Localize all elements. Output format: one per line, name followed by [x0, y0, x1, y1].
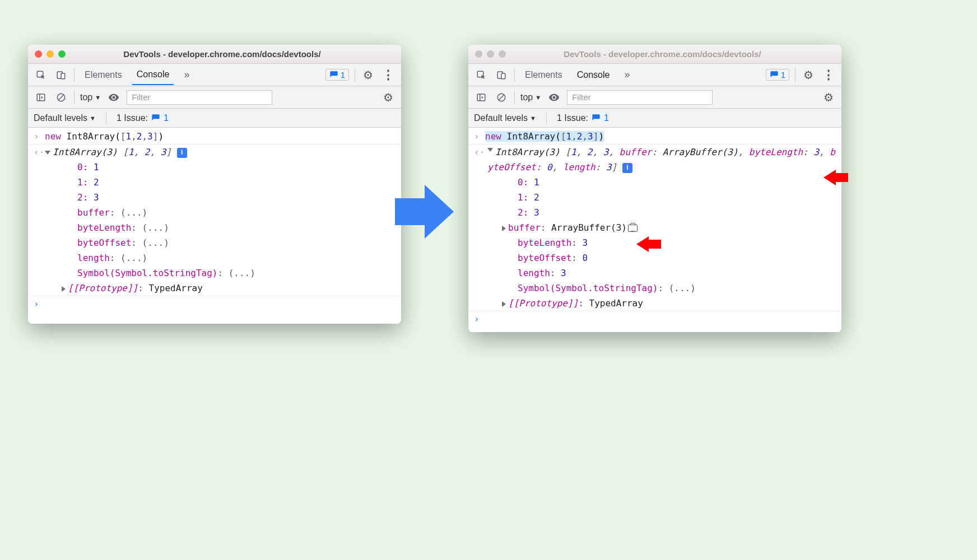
kebab-menu-icon[interactable]: ⋮	[381, 68, 396, 82]
disclosure-triangle-icon[interactable]	[62, 286, 66, 292]
svg-rect-2	[61, 73, 65, 79]
info-badge-icon[interactable]: i	[177, 148, 187, 158]
array-entry[interactable]: 2: 3	[468, 205, 841, 220]
device-toggle-icon[interactable]	[54, 68, 68, 82]
clear-console-icon[interactable]	[54, 90, 68, 105]
object-property[interactable]: length: 3	[468, 265, 841, 281]
close-icon[interactable]	[35, 50, 42, 58]
array-entry[interactable]: 0: 1	[28, 160, 401, 175]
more-tabs-icon[interactable]: »	[179, 68, 194, 82]
svg-rect-10	[501, 73, 505, 79]
console-prompt[interactable]: ›	[468, 311, 841, 326]
console-input-echo[interactable]: › new Int8Array([1,2,3])	[28, 129, 401, 144]
object-property[interactable]: buffer: (...)	[28, 205, 401, 220]
device-toggle-icon[interactable]	[494, 68, 509, 82]
zoom-icon[interactable]	[499, 50, 506, 58]
disclosure-triangle-icon[interactable]	[487, 148, 493, 152]
svg-line-15	[499, 95, 504, 100]
devtools-window-after: DevTools - developer.chrome.com/docs/dev…	[468, 45, 841, 332]
more-tabs-icon[interactable]: »	[620, 68, 634, 82]
svg-rect-11	[477, 94, 485, 101]
issues-badge[interactable]: 1	[766, 69, 789, 81]
console-result-header[interactable]: ‹· Int8Array(3) [1, 2, 3, buffer: ArrayB…	[468, 144, 841, 175]
console-settings-icon[interactable]: ⚙	[821, 90, 836, 105]
console-output: › new Int8Array([1,2,3]) ‹· Int8Array(3)…	[468, 128, 841, 332]
main-toolbar: Elements Console » 1 ⚙ ⋮	[468, 64, 841, 86]
console-prompt[interactable]: ›	[28, 296, 401, 311]
titlebar[interactable]: DevTools - developer.chrome.com/docs/dev…	[468, 45, 841, 64]
kebab-menu-icon[interactable]: ⋮	[821, 68, 836, 82]
buffer-row[interactable]: buffer: ArrayBuffer(3)	[468, 220, 841, 235]
svg-line-7	[59, 95, 64, 100]
console-toolbar: top ▼ Filter ⚙	[28, 86, 401, 109]
object-property[interactable]: byteOffset: 0	[468, 250, 841, 265]
disclosure-triangle-icon[interactable]	[502, 226, 506, 231]
close-icon[interactable]	[475, 50, 482, 58]
console-filter-bar: Default levels ▼ 1 Issue: 1	[468, 109, 841, 128]
object-property[interactable]: length: (...)	[28, 250, 401, 265]
execution-context-selector[interactable]: top ▼	[520, 92, 541, 102]
log-levels-selector[interactable]: Default levels ▼	[34, 113, 96, 123]
tab-elements[interactable]: Elements	[520, 66, 567, 85]
console-output: › new Int8Array([1,2,3]) ‹· Int8Array(3)…	[28, 128, 401, 324]
titlebar[interactable]: DevTools - developer.chrome.com/docs/dev…	[28, 45, 401, 64]
array-entry[interactable]: 1: 2	[28, 175, 401, 190]
console-input-echo[interactable]: › new Int8Array([1,2,3])	[468, 129, 841, 144]
filter-input[interactable]: Filter	[127, 90, 272, 105]
console-result-header[interactable]: ‹· Int8Array(3) [1, 2, 3] i	[28, 144, 401, 160]
gear-icon[interactable]: ⚙	[361, 68, 375, 82]
object-property[interactable]: Symbol(Symbol.toStringTag): (...)	[28, 265, 401, 281]
filter-input[interactable]: Filter	[567, 90, 713, 105]
array-entry[interactable]: 2: 3	[28, 190, 401, 205]
array-entry[interactable]: 1: 2	[468, 190, 841, 205]
clear-console-icon[interactable]	[494, 90, 509, 105]
issues-link[interactable]: 1 Issue: 1	[557, 113, 609, 123]
memory-inspector-icon[interactable]	[628, 225, 638, 232]
disclosure-triangle-icon[interactable]	[45, 151, 50, 155]
issues-badge[interactable]: 1	[325, 69, 349, 81]
log-levels-selector[interactable]: Default levels ▼	[474, 113, 536, 123]
inspect-icon[interactable]	[474, 68, 488, 82]
issues-count: 1	[341, 70, 345, 80]
object-property[interactable]: Symbol(Symbol.toStringTag): (...)	[468, 281, 841, 296]
minimize-icon[interactable]	[46, 50, 54, 58]
tab-console[interactable]: Console	[573, 66, 615, 85]
inspect-icon[interactable]	[34, 68, 48, 82]
svg-marker-13	[482, 96, 483, 99]
execution-context-selector[interactable]: top ▼	[80, 92, 101, 102]
disclosure-triangle-icon[interactable]	[502, 301, 506, 307]
window-title: DevTools - developer.chrome.com/docs/dev…	[72, 49, 394, 59]
object-property[interactable]: byteOffset: (...)	[28, 235, 401, 250]
issues-link[interactable]: 1 Issue: 1	[117, 113, 169, 123]
tab-console[interactable]: Console	[132, 65, 174, 85]
main-toolbar: Elements Console » 1 ⚙ ⋮	[28, 64, 401, 86]
sidebar-toggle-icon[interactable]	[474, 90, 488, 105]
traffic-lights[interactable]	[35, 50, 66, 58]
zoom-icon[interactable]	[58, 50, 66, 58]
object-property[interactable]: byteLength: (...)	[28, 220, 401, 235]
prototype-row[interactable]: [[Prototype]]: TypedArray	[468, 296, 841, 311]
info-badge-icon[interactable]: i	[622, 163, 632, 173]
live-expression-icon[interactable]	[547, 90, 561, 105]
tab-elements[interactable]: Elements	[80, 66, 127, 85]
live-expression-icon[interactable]	[106, 90, 121, 105]
console-toolbar: top ▼ Filter ⚙	[468, 86, 841, 109]
minimize-icon[interactable]	[487, 50, 494, 58]
gear-icon[interactable]: ⚙	[801, 68, 816, 82]
window-title: DevTools - developer.chrome.com/docs/dev…	[513, 49, 835, 59]
sidebar-toggle-icon[interactable]	[34, 90, 48, 105]
devtools-window-before: DevTools - developer.chrome.com/docs/dev…	[28, 45, 401, 324]
array-entry[interactable]: 0: 1	[468, 175, 841, 190]
console-settings-icon[interactable]: ⚙	[381, 90, 396, 105]
traffic-lights[interactable]	[475, 50, 506, 58]
prototype-row[interactable]: [[Prototype]]: TypedArray	[28, 281, 401, 296]
svg-rect-3	[37, 94, 45, 101]
svg-marker-5	[41, 96, 43, 99]
console-filter-bar: Default levels ▼ 1 Issue: 1	[28, 109, 401, 128]
